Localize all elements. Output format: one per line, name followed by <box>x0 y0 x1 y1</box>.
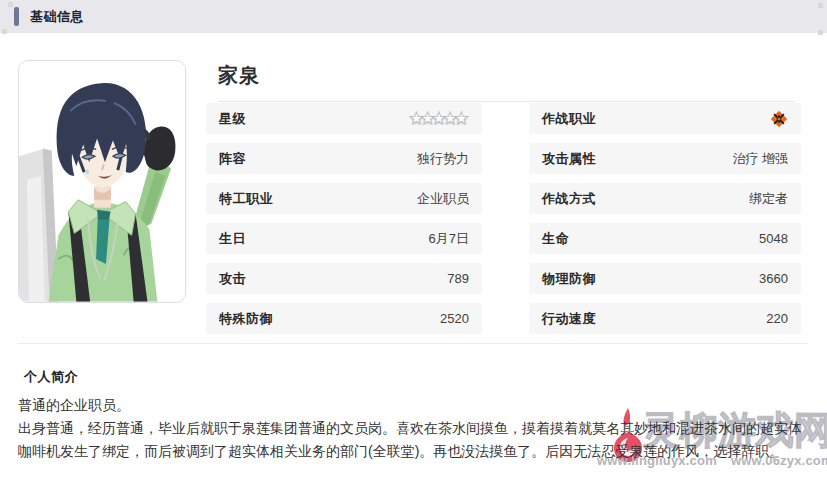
edit-handle <box>2 29 7 34</box>
stat-row-agent-class: 特工职业 企业职员 <box>206 183 482 214</box>
stat-row-attack: 攻击 789 <box>206 263 482 294</box>
stat-row-combat-class: 作战职业 <box>529 103 801 134</box>
stat-value: 企业职员 <box>417 190 469 208</box>
stat-row-attack-attribute: 攻击属性 治疗 增强 <box>529 143 801 174</box>
star-rating-icons: ★★★★★ <box>409 108 469 129</box>
character-portrait-art <box>19 61 185 302</box>
stat-row-physical-defense: 物理防御 3660 <box>529 263 801 294</box>
stat-label: 阵容 <box>219 150 246 168</box>
support-class-diamond-icon <box>770 110 788 128</box>
stat-value: 5048 <box>759 231 788 246</box>
stat-value: 独行势力 <box>417 150 469 168</box>
stat-label: 行动速度 <box>542 310 596 328</box>
stat-value: 2520 <box>440 311 469 326</box>
bio-line1: 普通的企业职员。 <box>18 397 130 413</box>
edit-handle <box>818 3 823 8</box>
character-portrait <box>18 60 186 303</box>
stat-row-star-rating: 星级 ★★★★★ <box>206 103 482 134</box>
stat-row-faction: 阵容 独行势力 <box>206 143 482 174</box>
stat-value: 789 <box>447 271 469 286</box>
character-info-page: 基础信息 <box>0 0 827 479</box>
stat-row-hp: 生命 5048 <box>529 223 801 254</box>
stat-label: 生日 <box>219 230 246 248</box>
stat-row-combat-style: 作战方式 绑定者 <box>529 183 801 214</box>
bio-body: 出身普通，经历普通，毕业后就职于泉莲集团普通的文员岗。喜欢在茶水间摸鱼，摸着摸着… <box>18 420 802 459</box>
stat-label: 攻击属性 <box>542 150 596 168</box>
stat-value: 3660 <box>759 271 788 286</box>
bio-text: 普通的企业职员。 出身普通，经历普通，毕业后就职于泉莲集团普通的文员岗。喜欢在茶… <box>18 394 812 463</box>
stat-value: 治疗 增强 <box>732 150 788 168</box>
stat-label: 作战职业 <box>542 110 596 128</box>
section-title: 基础信息 <box>30 8 84 26</box>
stat-row-special-defense: 特殊防御 2520 <box>206 303 482 334</box>
stat-value: 绑定者 <box>749 190 788 208</box>
stat-row-birthday: 生日 6月7日 <box>206 223 482 254</box>
divider <box>18 343 807 344</box>
edit-handle <box>8 2 13 7</box>
edit-handle <box>818 30 823 35</box>
stat-label: 攻击 <box>219 270 246 288</box>
stat-label: 生命 <box>542 230 569 248</box>
stat-label: 物理防御 <box>542 270 596 288</box>
stat-label: 星级 <box>219 110 246 128</box>
stat-label: 作战方式 <box>542 190 596 208</box>
stat-label: 特殊防御 <box>219 310 273 328</box>
stat-row-action-speed: 行动速度 220 <box>529 303 801 334</box>
stat-label: 特工职业 <box>219 190 273 208</box>
character-name: 家泉 <box>218 62 260 89</box>
divider <box>218 101 795 102</box>
bio-heading: 个人简介 <box>24 368 78 386</box>
section-header: 基础信息 <box>0 0 827 33</box>
stat-value: 6月7日 <box>429 230 469 248</box>
stat-value: 220 <box>766 311 788 326</box>
header-accent-bar <box>14 7 19 26</box>
